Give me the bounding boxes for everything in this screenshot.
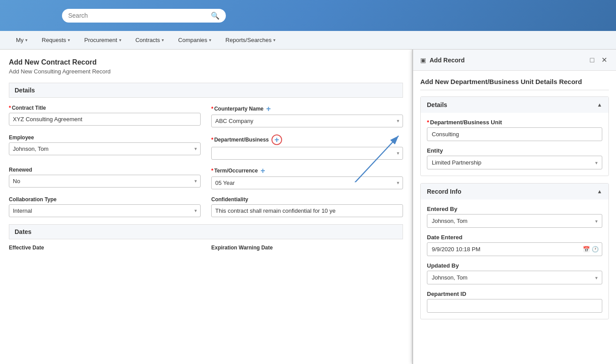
department-business-label: Department/Business (211, 137, 269, 143)
details-section-header: Details (9, 83, 403, 98)
effective-date-field: Effective Date (9, 245, 201, 251)
add-record-modal: ▣ Add Record □ ✕ Add New Department/Busi… (412, 50, 616, 364)
contract-title-input[interactable] (9, 113, 201, 126)
modal-date-entered-field: Date Entered 📅 🕐 (427, 234, 602, 256)
modal-entered-by-select-wrap: Johnson, Tom ▾ (427, 214, 602, 228)
contract-title-field: Contract Title (9, 105, 201, 127)
chevron-down-icon: ▾ (162, 38, 164, 42)
modal-record-info-section: Record Info ▲ Entered By Johnson, Tom ▾ (420, 183, 609, 319)
modal-details-body: Department/Business Unit Entity Limited … (421, 113, 608, 176)
counterparty-select[interactable]: ABC Company (211, 115, 403, 127)
collaboration-type-field: Collaboration Type Internal ▾ (9, 196, 201, 217)
employee-select[interactable]: Johnson, Tom (9, 142, 201, 155)
clock-icon[interactable]: 🕐 (592, 246, 599, 253)
collapse-arrow-icon: ▲ (597, 102, 602, 108)
modal-entity-label: Entity (427, 147, 602, 154)
modal-dept-input[interactable] (427, 127, 602, 141)
term-select[interactable]: 05 Year (211, 176, 403, 189)
nav-item-procurement[interactable]: Procurement ▾ (77, 32, 128, 48)
form-grid-top: Contract Title Counterparty Name + ABC C… (9, 105, 403, 217)
confidentiality-label: Confidentiality (211, 196, 403, 203)
modal-maximize-button[interactable]: □ (588, 55, 596, 65)
chevron-down-icon: ▾ (273, 38, 275, 42)
modal-record-info-label: Record Info (427, 188, 461, 195)
modal-body: Add New Department/Business Unit Details… (413, 71, 616, 364)
calendar-icon[interactable]: 📅 (583, 246, 590, 253)
department-add-circle-button[interactable]: + (271, 134, 282, 145)
modal-details-section: Details ▲ Department/Business Unit Entit… (420, 96, 609, 176)
modal-date-entered-input[interactable] (427, 242, 602, 256)
modal-header-right: □ ✕ (588, 55, 609, 65)
dates-section: Dates Effective Date Expiration Warning … (9, 224, 403, 251)
renewed-select-wrap: No ▾ (9, 175, 201, 188)
dates-section-header: Dates (9, 224, 403, 239)
window-icon: ▣ (420, 57, 426, 64)
renewed-select[interactable]: No (9, 175, 201, 188)
modal-dept-label: Department/Business Unit (427, 119, 602, 126)
collab-select-wrap: Internal ▾ (9, 204, 201, 217)
department-business-field: Department/Business + ▾ (211, 134, 403, 160)
modal-header-left: ▣ Add Record (420, 57, 465, 64)
date-icons: 📅 🕐 (583, 246, 599, 253)
main-content: Add New Contract Record Add New Consulti… (0, 50, 616, 364)
renewed-label: Renewed (9, 167, 201, 173)
app-header: 🔍 (0, 0, 616, 31)
renewed-field: Renewed No ▾ (9, 167, 201, 189)
nav-item-companies[interactable]: Companies ▾ (171, 32, 218, 48)
term-add-button[interactable]: + (260, 167, 265, 175)
modal-details-label: Details (427, 101, 447, 108)
search-input[interactable] (68, 12, 211, 19)
page-title: Add New Contract Record (9, 58, 403, 66)
modal-entity-field: Entity Limited Partnership ▾ (427, 147, 602, 169)
nav-item-reports[interactable]: Reports/Searches ▾ (218, 32, 283, 48)
collapse-arrow-icon: ▲ (597, 188, 602, 195)
department-select[interactable] (211, 147, 403, 160)
search-box[interactable]: 🔍 (62, 9, 226, 23)
modal-entity-select[interactable]: Limited Partnership (427, 156, 602, 169)
term-label-row: Term/Occurrence + (211, 167, 403, 175)
employee-field: Employee Johnson, Tom ▾ (9, 134, 201, 160)
dept-select-wrap: ▾ (211, 147, 403, 160)
modal-main-title: Add New Department/Business Unit Details… (420, 78, 609, 90)
modal-dept-id-input[interactable] (427, 299, 602, 313)
counterparty-label-row: Counterparty Name + (211, 105, 403, 113)
confidentiality-input[interactable] (211, 204, 403, 217)
chevron-down-icon: ▾ (119, 38, 121, 42)
modal-updated-by-label: Updated By (427, 262, 602, 269)
modal-entered-by-select[interactable]: Johnson, Tom (427, 214, 602, 228)
employee-select-wrap: Johnson, Tom ▾ (9, 142, 201, 155)
modal-entity-select-wrap: Limited Partnership ▾ (427, 156, 602, 169)
search-icon-button[interactable]: 🔍 (211, 11, 220, 20)
modal-updated-by-field: Updated By Johnson, Tom ▾ (427, 262, 602, 284)
term-occurrence-field: Term/Occurrence + 05 Year ▾ (211, 167, 403, 189)
modal-dept-id-field: Department ID (427, 291, 602, 313)
employee-label: Employee (9, 134, 201, 141)
counterparty-name-field: Counterparty Name + ABC Company ▾ (211, 105, 403, 127)
expiration-warning-label: Expiration Warning Date (211, 245, 403, 251)
counterparty-name-label: Counterparty Name (211, 106, 263, 112)
dates-form-grid: Effective Date Expiration Warning Date (9, 245, 403, 251)
term-occurrence-label: Term/Occurrence (211, 168, 258, 174)
modal-dept-field: Department/Business Unit (427, 119, 602, 141)
effective-date-label: Effective Date (9, 245, 201, 251)
term-select-wrap: 05 Year ▾ (211, 176, 403, 189)
modal-date-entered-wrap: 📅 🕐 (427, 242, 602, 256)
modal-updated-by-select[interactable]: Johnson, Tom (427, 271, 602, 284)
dept-label-row: Department/Business + (211, 134, 403, 145)
collaboration-select[interactable]: Internal (9, 204, 201, 217)
nav-bar: My ▾ Requests ▾ Procurement ▾ Contracts … (0, 31, 616, 50)
nav-item-my[interactable]: My ▾ (9, 32, 35, 48)
counterparty-add-button[interactable]: + (266, 105, 271, 113)
chevron-down-icon: ▾ (25, 38, 27, 42)
modal-record-info-body: Entered By Johnson, Tom ▾ Date Entered (421, 199, 608, 319)
nav-item-requests[interactable]: Requests ▾ (35, 32, 77, 48)
modal-details-header[interactable]: Details ▲ (421, 97, 608, 113)
confidentiality-field: Confidentiality (211, 196, 403, 217)
page-subtitle: Add New Consulting Agreement Record (9, 68, 403, 75)
counterparty-select-wrap: ABC Company ▾ (211, 115, 403, 127)
chevron-down-icon: ▾ (209, 38, 211, 42)
modal-title: Add Record (430, 57, 465, 64)
modal-close-button[interactable]: ✕ (600, 55, 609, 65)
nav-item-contracts[interactable]: Contracts ▾ (128, 32, 171, 48)
modal-record-info-header[interactable]: Record Info ▲ (421, 184, 608, 199)
